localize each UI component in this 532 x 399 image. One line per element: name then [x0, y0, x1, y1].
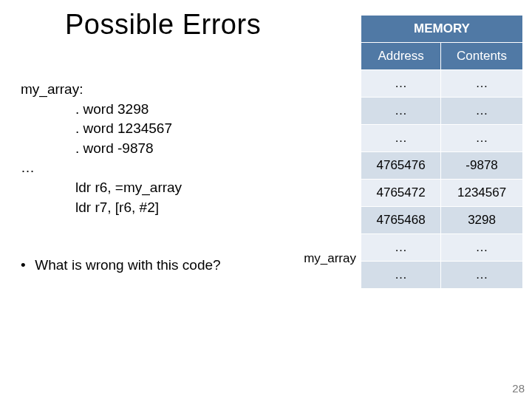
- memory-title: MEMORY: [361, 16, 523, 43]
- addr-cell: 4765468: [361, 207, 441, 234]
- col-address: Address: [361, 43, 441, 70]
- page-number: 28: [512, 382, 525, 395]
- cont-cell: …: [441, 70, 523, 98]
- cont-cell: …: [441, 98, 523, 125]
- addr-cell: 4765476: [361, 152, 441, 180]
- memory-row-label: my_array: [304, 251, 356, 266]
- addr-cell: …: [361, 125, 441, 152]
- cont-cell: …: [441, 262, 523, 289]
- addr-cell: …: [361, 234, 441, 262]
- table-row: Address Contents: [361, 43, 523, 70]
- addr-cell: …: [361, 70, 441, 98]
- addr-cell: …: [361, 262, 441, 289]
- memory-table: MEMORY Address Contents … … … … … … 4765…: [361, 15, 523, 289]
- cont-cell: -9878: [441, 152, 523, 180]
- table-row: … …: [361, 70, 523, 98]
- table-row: MEMORY: [361, 16, 523, 43]
- bullet-item: • What is wrong with this code?: [21, 257, 221, 273]
- slide: Possible Errors my_array: . word 3298 . …: [0, 0, 532, 399]
- cont-cell: 3298: [441, 207, 523, 234]
- table-row: 4765472 1234567: [361, 180, 523, 207]
- bullet-text: What is wrong with this code?: [35, 257, 220, 273]
- code-line: ldr r7, [r6, #2]: [21, 198, 182, 218]
- table-row: 4765476 -9878: [361, 152, 523, 180]
- addr-cell: 4765472: [361, 180, 441, 207]
- table-row: 4765468 3298: [361, 207, 523, 234]
- cont-cell: …: [441, 234, 523, 262]
- bullet-dot: •: [21, 257, 31, 273]
- code-line: . word -9878: [21, 139, 182, 159]
- code-line: . word 3298: [21, 100, 182, 120]
- code-line: ldr r6, =my_array: [21, 178, 182, 198]
- code-line: . word 1234567: [21, 119, 182, 139]
- table-row: … …: [361, 234, 523, 262]
- code-block: my_array: . word 3298 . word 1234567 . w…: [21, 80, 182, 217]
- code-label: my_array:: [21, 81, 83, 97]
- cont-cell: …: [441, 125, 523, 152]
- code-ellipsis: …: [21, 158, 182, 178]
- table-row: … …: [361, 98, 523, 125]
- table-row: … …: [361, 125, 523, 152]
- slide-title: Possible Errors: [65, 9, 261, 41]
- table-row: … …: [361, 262, 523, 289]
- addr-cell: …: [361, 98, 441, 125]
- cont-cell: 1234567: [441, 180, 523, 207]
- col-contents: Contents: [441, 43, 523, 70]
